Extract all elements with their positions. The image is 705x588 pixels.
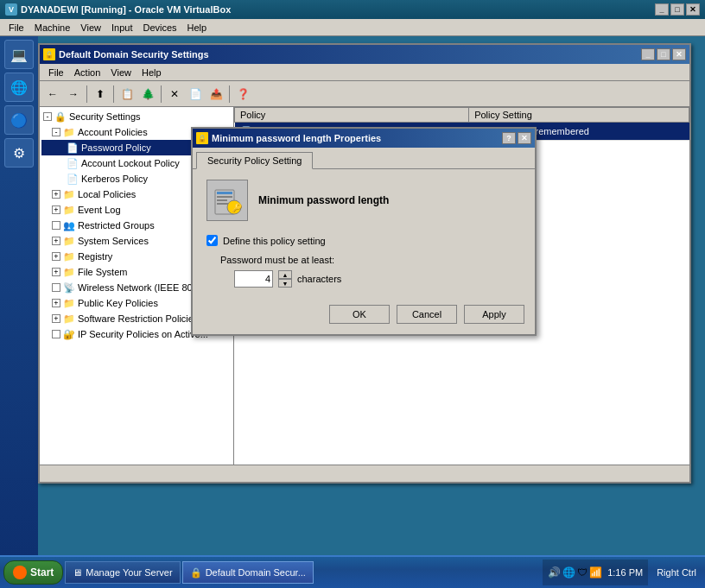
export-btn[interactable]: 📤 <box>206 85 225 104</box>
help-icon-btn[interactable]: ❓ <box>233 85 252 104</box>
svg-rect-1 <box>217 192 232 194</box>
spin-down-btn[interactable]: ▼ <box>278 279 292 288</box>
tree-icon-registry: 📁 <box>62 250 76 263</box>
tree-expand-pubkey[interactable]: + <box>52 299 60 307</box>
app-close-btn[interactable]: ✕ <box>672 48 686 60</box>
dialog-content: 🔑 Minimum password length Define this po… <box>193 169 535 298</box>
dialog-setting-name: Minimum password length <box>258 194 389 206</box>
define-policy-label[interactable]: Define this policy setting <box>223 236 326 246</box>
tree-label-wireless: Wireless Network (IEEE 802... <box>78 282 206 293</box>
props-btn[interactable]: 📄 <box>186 85 205 104</box>
dialog: 🔒 Minimum password length Properties ? ✕… <box>191 127 537 336</box>
app-titlebar-left: 🔒 Default Domain Security Settings <box>43 48 209 60</box>
vm-sidebar: 💻 🌐 🔵 ⚙ <box>0 36 38 555</box>
app-titlebar: 🔒 Default Domain Security Settings _ □ ✕ <box>40 45 689 64</box>
tree-expand-wireless[interactable] <box>52 283 60 292</box>
tree-expand-eventlog[interactable]: + <box>52 205 60 214</box>
back-btn[interactable]: ← <box>43 85 62 104</box>
delete-btn[interactable]: ✕ <box>165 85 184 104</box>
tree-label-sysservices: System Services <box>78 236 149 246</box>
tree-label-lockout: Account Lockout Policy <box>81 158 180 168</box>
vm-menu-help[interactable]: Help <box>182 21 213 35</box>
ok-button[interactable]: OK <box>329 305 390 324</box>
app-maximize-btn[interactable]: □ <box>657 48 670 60</box>
app-menu-file[interactable]: File <box>43 66 69 79</box>
taskbar-item-domain-label: Default Domain Secur... <box>206 567 306 578</box>
tree-btn[interactable]: 🌲 <box>138 85 157 104</box>
define-policy-checkbox[interactable] <box>206 235 218 246</box>
tree-expand-account[interactable]: - <box>52 128 60 136</box>
vm-menu-view[interactable]: View <box>75 21 106 35</box>
up-btn[interactable]: ⬆ <box>91 85 110 104</box>
characters-label: characters <box>297 274 341 284</box>
tree-expand-restricted[interactable] <box>52 221 60 230</box>
dialog-titlebar: 🔒 Minimum password length Properties ? ✕ <box>193 129 535 148</box>
sidebar-icon-computer[interactable]: 💻 <box>4 40 34 69</box>
tree-icon-filesystem: 📁 <box>62 265 76 279</box>
spin-up-btn[interactable]: ▲ <box>278 270 292 279</box>
vm-title: DYANADEWI [Running] - Oracle VM VirtualB… <box>21 4 231 15</box>
tree-expand-sysservices[interactable]: + <box>52 237 60 245</box>
vm-maximize-btn[interactable]: □ <box>670 3 684 16</box>
tree-expand-root[interactable]: - <box>43 112 52 121</box>
notif-icon-2: 🌐 <box>562 566 575 579</box>
tree-expand-filesystem[interactable]: + <box>52 268 60 276</box>
tree-icon-restricted: 👥 <box>62 218 76 232</box>
app-title: Default Domain Security Settings <box>59 49 209 60</box>
dialog-tab-security[interactable]: Security Policy Setting <box>196 152 313 169</box>
show-hide-btn[interactable]: 📋 <box>118 85 137 104</box>
vm-taskbar: Start 🖥 Manage Your Server 🔒 Default Dom… <box>0 555 705 588</box>
app-menu-help[interactable]: Help <box>137 66 167 79</box>
tree-icon-pubkey: 📁 <box>62 296 76 310</box>
tree-expand-registry[interactable]: + <box>52 252 60 261</box>
tree-icon-wireless: 📡 <box>62 281 76 294</box>
vm-titlebar: V DYANADEWI [Running] - Oracle VM Virtua… <box>0 0 705 19</box>
vm-minimize-btn[interactable]: _ <box>655 3 669 16</box>
app-menu-view[interactable]: View <box>105 66 137 79</box>
col-setting[interactable]: Policy Setting <box>469 108 689 123</box>
app-title-icon: 🔒 <box>43 48 55 60</box>
password-length-input[interactable] <box>234 270 273 288</box>
tree-expand-softrestrict[interactable]: + <box>52 314 60 323</box>
tree-label-local: Local Policies <box>78 189 136 199</box>
input-row: ▲ ▼ characters <box>234 270 521 288</box>
dialog-tabs: Security Policy Setting <box>193 148 535 169</box>
app-menu-action[interactable]: Action <box>69 66 106 79</box>
start-label: Start <box>30 566 54 579</box>
vm-menu-file[interactable]: File <box>3 21 29 35</box>
forward-btn[interactable]: → <box>64 85 83 104</box>
tree-expand-local[interactable]: + <box>52 190 60 199</box>
sidebar-icon-ie[interactable]: 🔵 <box>4 105 34 135</box>
taskbar-item-domain[interactable]: 🔒 Default Domain Secur... <box>182 561 314 584</box>
toolbar-sep-1 <box>86 85 87 103</box>
cancel-button[interactable]: Cancel <box>397 305 457 324</box>
tree-icon-password: 📄 <box>66 141 79 155</box>
tree-icon-root: 🔒 <box>54 110 67 123</box>
vm-menu-input[interactable]: Input <box>106 21 137 35</box>
col-policy[interactable]: Policy <box>235 108 469 123</box>
app-minimize-btn[interactable]: _ <box>641 48 655 60</box>
dialog-icon: 🔒 <box>196 132 208 144</box>
tree-icon-ipsec: 🔐 <box>62 327 76 341</box>
taskbar-item-domain-icon: 🔒 <box>190 567 202 579</box>
dialog-help-btn[interactable]: ? <box>502 132 516 144</box>
sidebar-icon-settings[interactable]: ⚙ <box>4 138 34 168</box>
tree-item-root[interactable]: - 🔒 Security Settings <box>41 109 232 124</box>
vm-menu-devices[interactable]: Devices <box>137 21 181 35</box>
vm-window: V DYANADEWI [Running] - Oracle VM Virtua… <box>0 0 705 588</box>
svg-rect-2 <box>217 196 232 198</box>
vm-close-btn[interactable]: ✕ <box>686 3 700 16</box>
tree-expand-ipsec[interactable] <box>52 330 60 338</box>
sidebar-icon-network[interactable]: 🌐 <box>4 73 34 102</box>
start-button[interactable]: Start <box>3 560 63 585</box>
tree-label-root: Security Settings <box>69 111 141 122</box>
taskbar-item-manage[interactable]: 🖥 Manage Your Server <box>65 561 180 584</box>
dialog-close-btn[interactable]: ✕ <box>518 132 531 144</box>
vm-menu-machine[interactable]: Machine <box>29 21 76 35</box>
tree-label-kerberos: Kerberos Policy <box>81 174 148 184</box>
apply-button[interactable]: Apply <box>464 305 524 324</box>
app-menubar: File Action View Help <box>40 64 689 81</box>
dialog-titlebar-btns: ? ✕ <box>502 132 531 144</box>
notif-icon-3: 🛡 <box>577 566 588 579</box>
dialog-title: Minimum password length Properties <box>212 133 381 143</box>
